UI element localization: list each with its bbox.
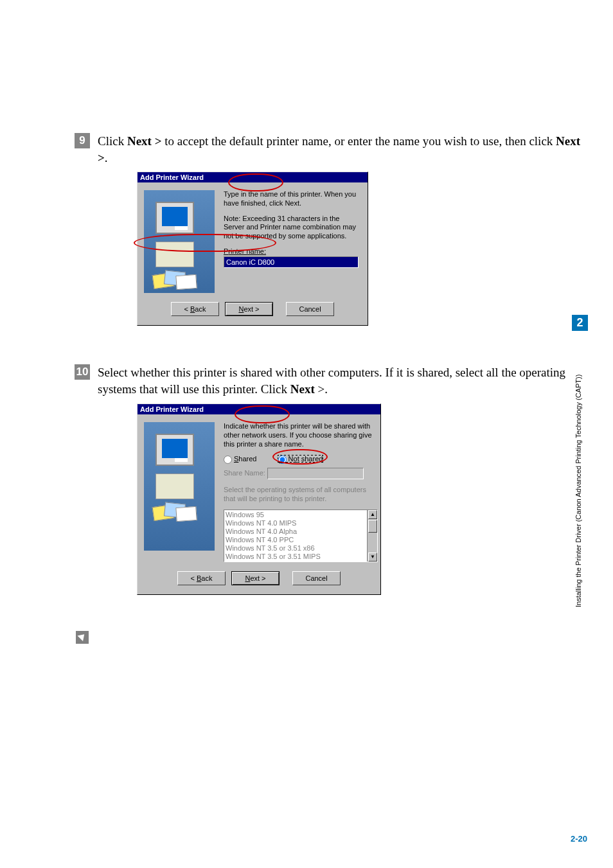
cancel-button[interactable]: Cancel: [286, 302, 334, 316]
step9-t2: to accept the default printer name, or e…: [161, 134, 556, 148]
shared-radio-input[interactable]: [224, 456, 232, 464]
pn-rest: rinter name:: [228, 247, 266, 255]
dialog2-msg1: Indicate whether this printer will be sh…: [224, 422, 378, 448]
step-10: 10 Select whether this printer is shared…: [75, 364, 592, 397]
dialog2-title: Add Printer Wizard: [138, 404, 380, 414]
share-name-row: Share Name:: [224, 468, 378, 479]
dialog2-msg2: Select the operating systems of all comp…: [224, 486, 378, 504]
page-number: 2-20: [571, 834, 587, 844]
papers-icon: [153, 270, 198, 289]
d2-next-rest: ext >: [250, 574, 265, 582]
os-scrollbar[interactable]: ▲ ▼: [367, 510, 377, 562]
step9-t3: .: [105, 151, 108, 164]
dialog2-body: Indicate whether this printer will be sh…: [138, 414, 380, 567]
step-10-number: 10: [75, 364, 90, 380]
os-item-3[interactable]: Windows NT 4.0 PPC: [226, 536, 376, 544]
papers-icon-2: [153, 502, 198, 521]
step9-t1: Click: [98, 134, 127, 148]
os-item-1[interactable]: Windows NT 4.0 MIPS: [226, 519, 376, 527]
cancel-button-2[interactable]: Cancel: [292, 571, 341, 585]
ns-pre: N: [289, 455, 294, 463]
dialog1-title: Add Printer Wizard: [138, 172, 368, 182]
dialog2-content: Indicate whether this printer will be sh…: [224, 422, 378, 562]
dialog1-body: Type in the name of this printer. When y…: [138, 182, 368, 298]
os-list[interactable]: Windows 95 Windows NT 4.0 MIPS Windows N…: [224, 509, 378, 562]
wizard-graphic: [144, 190, 215, 293]
add-printer-wizard-dialog-1: Add Printer Wizard Type in the name of t…: [137, 172, 368, 326]
dialog1-msg2: Note: Exceeding 31 characters in the Ser…: [224, 215, 361, 241]
page: 9 Click Next > to accept the default pri…: [0, 0, 613, 868]
back-button[interactable]: < Back: [171, 302, 219, 316]
next-button-2[interactable]: Next >: [231, 571, 280, 585]
step-9: 9 Click Next > to accept the default pri…: [75, 133, 592, 166]
monitor-icon: [155, 202, 194, 234]
os-item-2[interactable]: Windows NT 4.0 Alpha: [226, 527, 376, 536]
wizard-graphic-2: [144, 422, 215, 551]
next-button[interactable]: Next >: [225, 302, 273, 316]
printer-icon: [155, 242, 194, 267]
scroll-thumb[interactable]: [368, 520, 377, 533]
printer-name-label: Printer name:: [224, 247, 361, 255]
sharing-radio-group: Shared Not shared: [224, 455, 378, 464]
step10-b1: Next: [290, 382, 315, 396]
printer-icon-2: [155, 474, 194, 499]
share-name-label: Share Name:: [224, 469, 265, 477]
dialog2-buttons: < Back Next > Cancel: [138, 567, 380, 594]
not-shared-radio-input[interactable]: [278, 456, 287, 464]
d1-next-rest: ext >: [244, 305, 259, 313]
ns-rest: t shared: [298, 455, 323, 463]
doc-icon-2: [175, 450, 188, 462]
step-9-text: Click Next > to accept the default print…: [98, 133, 592, 166]
dialog1-buttons: < Back Next > Cancel: [138, 298, 368, 325]
d1-back-ul: B: [190, 305, 195, 313]
step10-t2: >.: [315, 382, 328, 396]
printer-name-input[interactable]: Canon iC D800: [224, 256, 359, 268]
scroll-down-icon[interactable]: ▼: [368, 553, 377, 562]
dialog1-content: Type in the name of this printer. When y…: [224, 190, 361, 293]
step10-t1: Select whether this printer is shared wi…: [98, 366, 565, 396]
step-9-number: 9: [75, 133, 90, 148]
monitor-icon-2: [155, 434, 194, 466]
not-shared-radio[interactable]: Not shared: [277, 454, 324, 463]
scroll-up-icon[interactable]: ▲: [368, 510, 377, 519]
chapter-tab: 2: [572, 315, 588, 331]
sh-rest: hared: [238, 455, 256, 463]
os-item-0[interactable]: Windows 95: [226, 511, 376, 519]
chapter-title: Installing the Printer Driver (Canon Adv…: [574, 337, 586, 607]
back-button-2[interactable]: < Back: [177, 571, 226, 585]
step-10-text: Select whether this printer is shared wi…: [98, 364, 592, 397]
os-item-4[interactable]: Windows NT 3.5 or 3.51 x86: [226, 544, 376, 553]
d2-back-ul: B: [197, 574, 201, 582]
step9-b1: Next >: [127, 134, 162, 148]
shared-radio[interactable]: Shared: [224, 455, 256, 463]
dialog1-msg1: Type in the name of this printer. When y…: [224, 190, 361, 208]
return-arrow-link[interactable]: [76, 631, 89, 644]
add-printer-wizard-dialog-2: Add Printer Wizard Indicate whether this…: [137, 403, 381, 595]
os-item-5[interactable]: Windows NT 3.5 or 3.51 MIPS: [226, 553, 376, 561]
share-name-input[interactable]: [267, 468, 364, 479]
doc-icon: [175, 218, 188, 230]
